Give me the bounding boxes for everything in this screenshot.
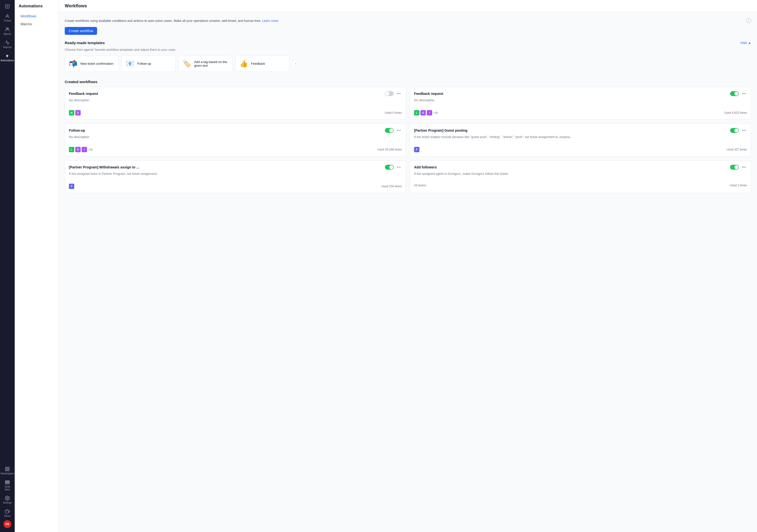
description-bar: Create workflows using available conditi… [65, 18, 751, 23]
workflows-title: Created workflows [65, 80, 97, 84]
sidebar: Tickets Agents Reports Automations Marke… [0, 0, 15, 532]
new-ticket-icon: 📬 [69, 60, 77, 68]
templates-section-header: Ready-made templates Hide ▲ [65, 41, 751, 45]
wf3-toggle[interactable] [385, 128, 394, 133]
wf4-controls: ••• [730, 128, 747, 133]
wf6-toggle[interactable] [730, 165, 739, 170]
sidebar-item-tickets[interactable]: Tickets [1, 12, 14, 24]
page-title: Workflows [59, 0, 757, 12]
wf5-header: [Partner Program] Withdrawals assign to … [69, 165, 402, 170]
svg-point-1 [7, 15, 8, 16]
wf3-controls: ••• [385, 128, 402, 133]
workflow-card-wf3: Follow-up ••• No description L D I +36 U… [65, 124, 406, 156]
workflow-card-wf2: Feedback request ••• No description L D … [410, 87, 751, 120]
wf1-tags: M D [69, 110, 81, 115]
nav-item-macros[interactable]: Macros [17, 20, 57, 28]
sidebar-item-reports[interactable]: Reports [1, 38, 14, 50]
wf2-tag-i: I [427, 110, 432, 115]
templates-title: Ready-made templates [65, 41, 105, 45]
wf4-header: [Partner Program] Guest posting ••• [414, 128, 747, 133]
wf5-tags: P [69, 184, 74, 189]
template-card-add-tag[interactable]: 🏷️ Add a tag based on the given text [178, 55, 232, 72]
template-card-new-ticket[interactable]: 📬 New ticket confirmation [65, 55, 119, 72]
wf2-toggle[interactable] [730, 91, 739, 96]
wf3-tag-d: D [75, 147, 81, 152]
chevron-up-icon: ▲ [748, 41, 751, 45]
workflow-card-wf4: [Partner Program] Guest posting ••• If t… [410, 124, 751, 156]
template-card-feedback[interactable]: 👍 Feedback [235, 55, 289, 72]
wf5-toggle[interactable] [385, 165, 394, 170]
sidebar-item-automations[interactable]: Automations [1, 51, 14, 64]
wf6-name: Add followers [414, 165, 437, 169]
learn-more-link[interactable]: Learn more [262, 19, 278, 22]
wf2-tags: L D I +36 [414, 110, 438, 115]
wf3-header: Follow-up ••• [69, 128, 402, 133]
wf1-description: No description [69, 98, 402, 107]
svg-rect-9 [5, 482, 10, 483]
sidebar-item-marketplace[interactable]: Marketplace [1, 465, 14, 477]
nav-panel-title: Automations [15, 4, 59, 12]
wf4-name: [Partner Program] Guest posting [414, 128, 468, 132]
sidebar-label-news: News [4, 515, 10, 517]
wf5-description: If the assigned team is Partner Program,… [69, 172, 402, 181]
sidebar-item-agents[interactable]: Agents [1, 25, 14, 37]
templates-next-button[interactable]: › [292, 60, 299, 67]
sidebar-label-tickets: Tickets [3, 19, 11, 22]
wf2-tag-more: +36 [433, 111, 438, 114]
nav-item-workflows[interactable]: Workflows [17, 12, 57, 20]
sidebar-label-automations: Automations [0, 59, 14, 62]
wf1-tag-m: M [69, 110, 74, 115]
wf4-tags: P [414, 147, 419, 152]
wf5-tag-p: P [69, 184, 74, 189]
wf2-tag-d: D [420, 110, 426, 115]
sidebar-item-edit[interactable] [1, 2, 14, 11]
wf6-footer: All teams Used 2 times [414, 184, 747, 187]
info-icon[interactable]: i [746, 18, 751, 23]
wf4-footer: P Used 327 times [414, 147, 747, 152]
avatar[interactable]: PB [3, 520, 11, 528]
wf4-tag-p: P [414, 147, 419, 152]
wf1-controls: ••• [385, 91, 402, 96]
svg-rect-6 [6, 469, 7, 471]
wf2-footer: L D I +36 Used 4,815 times [414, 110, 747, 115]
description-text: Create workflows using available conditi… [65, 19, 278, 22]
wf3-more-button[interactable]: ••• [396, 128, 402, 133]
svg-point-11 [7, 498, 8, 499]
hide-templates-button[interactable]: Hide ▲ [740, 41, 751, 45]
svg-rect-5 [8, 467, 9, 469]
sidebar-item-news[interactable]: News [1, 507, 14, 519]
templates-grid: 📬 New ticket confirmation 📧 Follow-up 🏷️… [65, 55, 751, 72]
template-card-follow-up[interactable]: 📧 Follow-up [122, 55, 175, 72]
wf4-more-button[interactable]: ••• [741, 128, 747, 133]
wf1-toggle[interactable] [385, 91, 394, 96]
wf4-usage: Used 327 times [727, 148, 747, 151]
svg-point-3 [7, 28, 9, 29]
follow-up-icon: 📧 [126, 60, 134, 68]
wf6-all-teams: All teams [414, 184, 426, 187]
template-name-add-tag: Add a tag based on the given text [194, 60, 228, 67]
wf2-more-button[interactable]: ••• [741, 91, 747, 96]
create-workflow-button[interactable]: Create workflow [65, 27, 97, 35]
sidebar-item-days[interactable]: 2030 days [1, 478, 14, 493]
wf5-controls: ••• [385, 165, 402, 170]
sidebar-item-settings[interactable]: Settings [1, 494, 14, 506]
sidebar-label-settings: Settings [3, 501, 12, 504]
workflow-card-wf5: [Partner Program] Withdrawals assign to … [65, 160, 406, 193]
sidebar-label-days: 2030 days [2, 485, 13, 491]
templates-subtitle: Choose from agents' favorite workflow te… [65, 48, 751, 51]
svg-rect-4 [6, 467, 7, 469]
template-name-follow-up: Follow-up [137, 62, 151, 65]
wf5-more-button[interactable]: ••• [396, 165, 402, 170]
wf2-description: No description [414, 98, 747, 107]
wf1-name: Feedback request [69, 92, 98, 96]
wf4-toggle[interactable] [730, 128, 739, 133]
wf4-description: If the ticket subject include phrases li… [414, 135, 747, 144]
wf2-header: Feedback request ••• [414, 91, 747, 96]
sidebar-label-reports: Reports [3, 46, 12, 48]
wf1-more-button[interactable]: ••• [396, 91, 402, 96]
wf3-description: No description [69, 135, 402, 144]
wf6-more-button[interactable]: ••• [741, 165, 747, 170]
nav-panel: Automations Workflows Macros [15, 0, 59, 532]
wf1-footer: M D Used 0 times [69, 110, 402, 115]
wf1-tag-d: D [75, 110, 81, 115]
